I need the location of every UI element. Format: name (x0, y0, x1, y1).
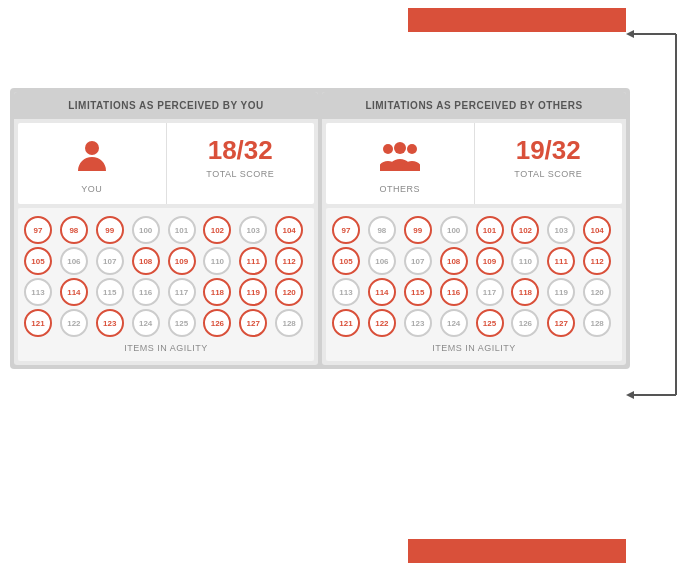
panel-header-1: LIMITATIONS AS PERCEIVED BY OTHERS (322, 92, 626, 119)
items-section-0: 9798991001011021031041051061071081091101… (18, 208, 314, 361)
icon-cell-0: YOU (18, 123, 167, 204)
item-117-panel-1: 117 (476, 278, 504, 306)
item-108-panel-0: 108 (132, 247, 160, 275)
item-123-panel-1: 123 (404, 309, 432, 337)
item-110-panel-1: 110 (511, 247, 539, 275)
item-105-panel-1: 105 (332, 247, 360, 275)
item-100-panel-1: 100 (440, 216, 468, 244)
item-121-panel-1: 121 (332, 309, 360, 337)
item-118-panel-0: 118 (203, 278, 231, 306)
item-97-panel-0: 97 (24, 216, 52, 244)
item-106-panel-0: 106 (60, 247, 88, 275)
item-117-panel-0: 117 (168, 278, 196, 306)
svg-point-5 (85, 141, 99, 155)
item-127-panel-0: 127 (239, 309, 267, 337)
svg-marker-3 (626, 391, 634, 399)
item-102-panel-1: 102 (511, 216, 539, 244)
item-116-panel-0: 116 (132, 278, 160, 306)
total-score-label (408, 8, 626, 32)
items-footer-0: ITEMS IN AGILITY (24, 343, 308, 353)
item-123-panel-0: 123 (96, 309, 124, 337)
item-113-panel-0: 113 (24, 278, 52, 306)
item-103-panel-0: 103 (239, 216, 267, 244)
item-97-panel-1: 97 (332, 216, 360, 244)
item-109-panel-0: 109 (168, 247, 196, 275)
item-114-panel-1: 114 (368, 278, 396, 306)
icon-label-1: OTHERS (334, 184, 466, 194)
item-124-panel-1: 124 (440, 309, 468, 337)
item-101-panel-1: 101 (476, 216, 504, 244)
person-icon (26, 137, 158, 178)
item-107-panel-0: 107 (96, 247, 124, 275)
items-grid-0: 9798991001011021031041051061071081091101… (24, 216, 308, 337)
score-label-1: TOTAL SCORE (483, 169, 615, 179)
panel-header-0: LIMITATIONS AS PERCEIVED BY YOU (14, 92, 318, 119)
score-value-0: 18/32 (175, 137, 307, 163)
item-121-panel-0: 121 (24, 309, 52, 337)
item-122-panel-0: 122 (60, 309, 88, 337)
item-98-panel-1: 98 (368, 216, 396, 244)
item-111-panel-0: 111 (239, 247, 267, 275)
item-103-panel-1: 103 (547, 216, 575, 244)
item-101-panel-0: 101 (168, 216, 196, 244)
svg-point-6 (394, 142, 406, 154)
item-115-panel-0: 115 (96, 278, 124, 306)
item-126-panel-1: 126 (511, 309, 539, 337)
item-110-panel-0: 110 (203, 247, 231, 275)
item-115-panel-1: 115 (404, 278, 432, 306)
svg-point-8 (383, 144, 393, 154)
item-116-panel-1: 116 (440, 278, 468, 306)
item-122-panel-1: 122 (368, 309, 396, 337)
item-128-panel-1: 128 (583, 309, 611, 337)
item-126-panel-0: 126 (203, 309, 231, 337)
panel-0: LIMITATIONS AS PERCEIVED BY YOUYOU18/32T… (14, 92, 318, 365)
svg-marker-1 (626, 30, 634, 38)
item-109-panel-1: 109 (476, 247, 504, 275)
score-cell-1: 19/32TOTAL SCORE (475, 123, 623, 204)
item-125-panel-1: 125 (476, 309, 504, 337)
svg-point-7 (407, 144, 417, 154)
item-120-panel-0: 120 (275, 278, 303, 306)
group-icon (334, 137, 466, 178)
items-footer-1: ITEMS IN AGILITY (332, 343, 616, 353)
item-98-panel-0: 98 (60, 216, 88, 244)
item-112-panel-1: 112 (583, 247, 611, 275)
item-108-panel-1: 108 (440, 247, 468, 275)
item-104-panel-0: 104 (275, 216, 303, 244)
item-106-panel-1: 106 (368, 247, 396, 275)
item-119-panel-0: 119 (239, 278, 267, 306)
items-overview-label (408, 539, 626, 563)
score-value-1: 19/32 (483, 137, 615, 163)
item-114-panel-0: 114 (60, 278, 88, 306)
item-124-panel-0: 124 (132, 309, 160, 337)
score-label-0: TOTAL SCORE (175, 169, 307, 179)
item-111-panel-1: 111 (547, 247, 575, 275)
item-118-panel-1: 118 (511, 278, 539, 306)
item-107-panel-1: 107 (404, 247, 432, 275)
score-section-0: YOU18/32TOTAL SCORE (18, 123, 314, 204)
item-128-panel-0: 128 (275, 309, 303, 337)
item-99-panel-1: 99 (404, 216, 432, 244)
score-cell-0: 18/32TOTAL SCORE (167, 123, 315, 204)
item-119-panel-1: 119 (547, 278, 575, 306)
items-grid-1: 9798991001011021031041051061071081091101… (332, 216, 616, 337)
item-99-panel-0: 99 (96, 216, 124, 244)
icon-cell-1: OTHERS (326, 123, 475, 204)
item-120-panel-1: 120 (583, 278, 611, 306)
item-104-panel-1: 104 (583, 216, 611, 244)
item-102-panel-0: 102 (203, 216, 231, 244)
panel-1: LIMITATIONS AS PERCEIVED BY OTHERSOTHERS… (322, 92, 626, 365)
items-section-1: 9798991001011021031041051061071081091101… (326, 208, 622, 361)
item-113-panel-1: 113 (332, 278, 360, 306)
item-127-panel-1: 127 (547, 309, 575, 337)
item-105-panel-0: 105 (24, 247, 52, 275)
icon-label-0: YOU (26, 184, 158, 194)
item-112-panel-0: 112 (275, 247, 303, 275)
main-container: LIMITATIONS AS PERCEIVED BY YOUYOU18/32T… (10, 88, 630, 369)
item-100-panel-0: 100 (132, 216, 160, 244)
item-125-panel-0: 125 (168, 309, 196, 337)
score-section-1: OTHERS19/32TOTAL SCORE (326, 123, 622, 204)
